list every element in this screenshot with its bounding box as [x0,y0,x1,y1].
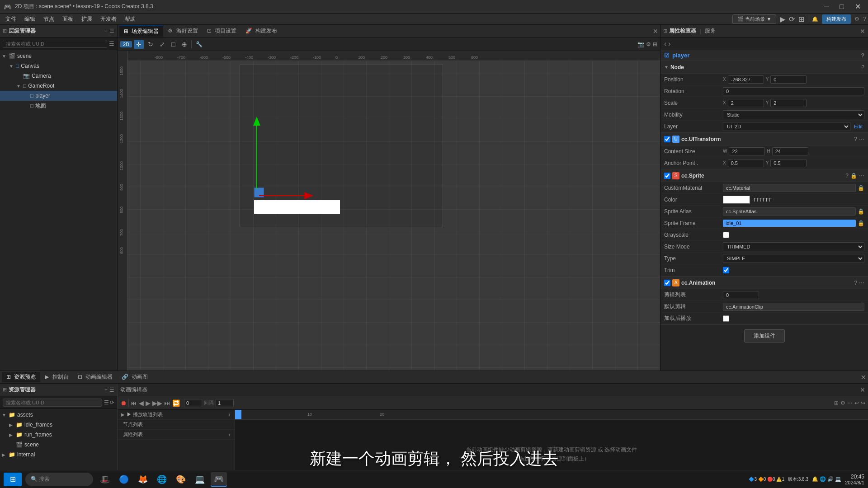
animation-header[interactable]: A cc.Animation ? ⋯ [660,277,868,289]
content-size-w-input[interactable] [729,147,765,155]
sprite-help[interactable]: ? [845,173,849,179]
rect-tool-button[interactable]: □ [169,40,177,49]
sprite-atlas-lock[interactable]: 🔒 [858,208,864,215]
anim-undo-button[interactable]: ↩ [854,400,859,406]
taskbar-item-file-manager[interactable]: 🎩 [97,472,113,487]
scene-menu-button[interactable]: ⚙ [646,41,651,47]
asset-item-assets[interactable]: ▼ 📁 assets [0,410,117,420]
anim-skip-end-button[interactable]: ⏭ [164,399,170,407]
publish-button[interactable]: 构建发布 [822,14,851,24]
node-enabled-checkbox[interactable]: ☑ [664,52,670,59]
layer-edit-button[interactable]: Edit [852,124,864,129]
default-clip-input[interactable] [723,303,864,311]
menu-edit[interactable]: 编辑 [21,14,39,24]
move-tool-button[interactable]: ✛ [134,40,144,49]
close-button[interactable]: ✕ [851,2,864,11]
mobility-select[interactable]: Static [723,110,864,119]
ui-transform-enable-checkbox[interactable] [664,136,670,142]
add-prop-button[interactable]: + [228,432,231,437]
add-component-button[interactable]: 添加组件 [744,329,785,343]
console-tab[interactable]: ▶ 控制台 [40,372,73,382]
tree-item-gameroot[interactable]: ▼ □ GameRoot [0,81,117,91]
assets-add-button[interactable]: + [104,387,108,393]
help-icon[interactable]: ? [863,16,866,22]
taskbar-item-firefox[interactable]: 🦊 [135,472,151,487]
prop-nav-back[interactable]: ‹ [664,40,666,48]
start-button[interactable]: ⊞ [4,473,22,486]
timeline-cursor[interactable] [235,410,241,420]
scale-y-input[interactable] [770,99,807,107]
auto-play-checkbox[interactable] [723,315,729,322]
ui-transform-help[interactable]: ? [854,136,857,142]
anim-track-props[interactable]: 属性列表 + [118,430,235,440]
sprite-type-select[interactable]: SIMPLE [723,254,864,263]
ui-transform-menu[interactable]: ⋯ [859,136,864,142]
anim-play-pause-button[interactable]: ▶ [146,399,151,407]
animation-enable-checkbox[interactable] [664,280,670,286]
assets-filter-button[interactable]: ☰ [104,399,109,406]
play-button[interactable]: ▶ [780,15,785,23]
rotate-tool-button[interactable]: ↻ [146,40,156,49]
step-button[interactable]: ⊞ [798,15,804,23]
assets-menu-button[interactable]: ☰ [109,387,114,393]
anim-current-frame-input[interactable] [184,399,202,407]
anim-settings-button[interactable]: ⚙ [840,400,845,406]
anim-grid-button[interactable]: ⊞ [834,400,839,406]
tree-item-ground[interactable]: ▶ □ 地面 [0,101,117,111]
scene-tab-editor[interactable]: ⊞ 场景编辑器 [119,26,163,37]
custom-material-input[interactable] [723,184,856,192]
asset-item-idle-frames[interactable]: ▶ 📁 idle_frames [0,420,117,430]
anim-track-nodes[interactable]: 节点列表 [118,420,235,430]
grayscale-checkbox[interactable] [723,232,729,238]
sprite-header[interactable]: S cc.Sprite ? 🔒 ⋯ [660,169,868,182]
sprite-enable-checkbox[interactable] [664,173,670,179]
sprite-atlas-input[interactable] [723,207,856,216]
tree-item-scene[interactable]: ▼ 🎬 scene [0,51,117,61]
view-2d-button[interactable]: 2D [120,41,132,47]
asset-item-run-frames[interactable]: ▶ 📁 run_frames [0,430,117,440]
prop-panel-close[interactable]: ✕ [860,28,865,35]
color-swatch[interactable] [723,196,750,204]
animation-help[interactable]: ? [854,280,857,286]
position-x-input[interactable] [728,75,764,84]
anim-loop-button[interactable]: 🔁 [172,399,180,407]
assets-search-input[interactable] [3,399,102,407]
player-object-white[interactable] [254,200,340,214]
anim-graph-tab[interactable]: 🔗 动画图 [117,372,152,382]
menu-node[interactable]: 节点 [40,14,58,24]
menu-developer[interactable]: 开发者 [97,14,120,24]
anim-editor-tab[interactable]: ⊡ 动画编辑器 [73,372,117,382]
sprite-menu[interactable]: ⋯ [859,173,864,179]
taskbar-item-photoshop[interactable]: 🎨 [173,472,189,487]
scene-tab-settings[interactable]: ⚙ 游好设置 [163,26,202,36]
scene-tab-publish[interactable]: 🚀 构建发布 [241,26,282,36]
sprite-lock[interactable]: 🔒 [850,173,857,179]
assets-tab[interactable]: ⊞ 资源预览 [2,372,40,382]
scale-tool-button[interactable]: ⤢ [157,40,167,49]
bottom-close-button[interactable]: ✕ [861,374,866,381]
layer-select[interactable]: UI_2D [723,122,850,131]
scale-x-input[interactable] [728,99,764,107]
ui-transform-header[interactable]: U cc.UITransform ? ⋯ [660,133,868,145]
clip-list-input[interactable] [723,291,759,299]
snap-button[interactable]: 🔧 [193,40,205,48]
anim-prev-frame-button[interactable]: ◀ [139,399,144,407]
node-help-icon[interactable]: ? [861,52,864,59]
animation-menu[interactable]: ⋯ [859,280,864,286]
taskbar-search[interactable]: 🔍 搜索 [25,473,93,486]
tree-item-canvas[interactable]: ▼ □ Canvas [0,61,117,71]
hierarchy-add-button[interactable]: + [104,28,108,34]
sprite-frame-lock[interactable]: 🔒 [858,220,864,226]
anim-track-playback[interactable]: ▶ ▶ 播放轨道列表 + [118,410,235,420]
trim-checkbox[interactable] [723,267,729,273]
node-help-btn[interactable]: ? [861,64,864,70]
anchor-x-input[interactable] [728,159,764,167]
anim-close-button[interactable]: ✕ [860,386,865,394]
anim-record-button[interactable]: ⏺ [120,399,127,407]
scene-maximize-button[interactable]: ⊞ [653,41,657,47]
scene-close-button[interactable]: ✕ [653,28,658,35]
asset-item-internal[interactable]: ▶ 📁 internal [0,450,117,460]
anim-next-frame-button[interactable]: ▶▶ [152,399,162,407]
taskbar-item-cocos[interactable]: 🎮 [211,472,227,487]
assets-refresh-button[interactable]: ⟳ [110,399,114,406]
